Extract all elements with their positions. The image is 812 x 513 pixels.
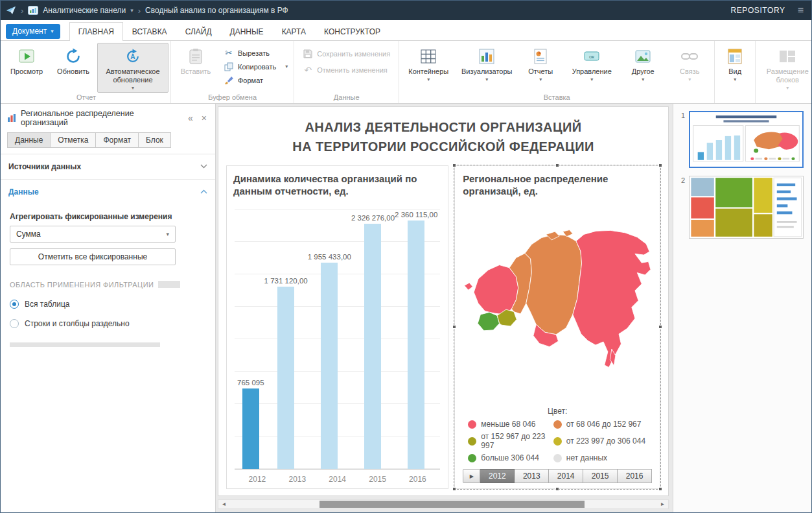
- menu-tab[interactable]: ДАННЫЕ: [221, 22, 273, 40]
- collapse-panel-icon[interactable]: «: [186, 113, 195, 123]
- bar[interactable]: [321, 263, 338, 469]
- map-region-far-east[interactable]: [573, 230, 651, 367]
- copy-button[interactable]: Копировать ▾: [224, 62, 288, 71]
- horizontal-scrollbar[interactable]: ◄ ►: [218, 499, 669, 509]
- button-label: Вырезать: [238, 49, 270, 57]
- bar[interactable]: [364, 224, 381, 469]
- radio-option[interactable]: Строки и столбцы раздельно: [10, 319, 206, 328]
- reports-button[interactable]: Отчеты ▾: [518, 43, 563, 84]
- legend-item: больше 306 044: [468, 453, 549, 462]
- resize-handle[interactable]: [452, 487, 456, 491]
- panel-tab[interactable]: Блок: [139, 132, 171, 148]
- containers-button[interactable]: Контейнеры ▾: [401, 43, 456, 84]
- year-button[interactable]: 2014: [549, 469, 583, 483]
- map-region-siberia[interactable]: [525, 234, 581, 334]
- format-button[interactable]: Формат: [224, 76, 288, 85]
- resize-handle[interactable]: [555, 487, 559, 491]
- scroll-right-icon[interactable]: ►: [657, 501, 668, 507]
- bar-value-label: 765 095: [237, 379, 264, 387]
- menu-tab[interactable]: СЛАЙД: [176, 22, 221, 40]
- cut-button[interactable]: ✂ Вырезать: [224, 48, 288, 58]
- panel-tab[interactable]: Отметка: [51, 132, 96, 148]
- button-label: Формат: [238, 77, 263, 84]
- visualizers-button[interactable]: Визуализаторы ▾: [457, 43, 516, 84]
- bar[interactable]: [242, 388, 259, 469]
- paste-button[interactable]: Вставить: [173, 43, 218, 78]
- map-block[interactable]: Региональное распределение организацй, е…: [454, 165, 660, 489]
- undo-changes-button[interactable]: ↶ Отменить изменения: [303, 65, 390, 75]
- section-label: Данные: [8, 187, 39, 197]
- menu-tab[interactable]: КАРТА: [273, 22, 315, 40]
- app-logo-icon[interactable]: [6, 5, 16, 16]
- main-area: Региональное распределение организаций «…: [1, 104, 811, 512]
- button-label: Вставить: [181, 67, 211, 76]
- resize-handle[interactable]: [658, 487, 662, 491]
- bar-column[interactable]: 765 095: [237, 200, 264, 469]
- scrollbar-track[interactable]: [229, 500, 657, 508]
- bar-column[interactable]: 2 326 276,00: [351, 200, 395, 469]
- hamburger-menu-icon[interactable]: ≡: [798, 5, 804, 16]
- link-button[interactable]: Связь ▾: [667, 43, 712, 84]
- slide-thumbnail-2[interactable]: [689, 176, 804, 239]
- radio-option[interactable]: Вся таблица: [10, 300, 206, 309]
- aggregation-select[interactable]: Сумма ▾: [10, 226, 176, 243]
- preview-button[interactable]: Просмотр: [4, 43, 49, 78]
- refresh-button[interactable]: Обновить: [51, 43, 96, 78]
- chevron-down-icon: ▾: [539, 77, 542, 82]
- save-changes-button[interactable]: Сохранить изменения: [303, 49, 390, 58]
- bar-column[interactable]: 1 731 120,00: [264, 200, 308, 469]
- resize-handle[interactable]: [658, 325, 662, 329]
- panel-tab[interactable]: Формат: [96, 132, 139, 148]
- map-region-kaliningrad[interactable]: [465, 283, 473, 290]
- legend-item: от 223 997 до 306 044: [553, 432, 647, 450]
- slide-thumbnail-1[interactable]: [689, 111, 804, 168]
- management-button[interactable]: ок Управление ▾: [564, 43, 619, 84]
- bar[interactable]: [408, 221, 424, 469]
- application-window: › Аналитические панели ▾ › Сводный анали…: [0, 0, 812, 513]
- russia-map[interactable]: [463, 199, 652, 405]
- play-animation-button[interactable]: ▶: [463, 469, 480, 483]
- resize-handle[interactable]: [452, 325, 456, 329]
- auto-refresh-button[interactable]: A Автоматическое обновление ▾: [97, 43, 168, 93]
- breadcrumb-current: Сводный анализ по организациям в РФ: [145, 6, 288, 15]
- map-region-european-russia[interactable]: [474, 265, 519, 314]
- chevron-down-icon[interactable]: ▾: [130, 7, 133, 14]
- year-button[interactable]: 2012: [480, 469, 515, 483]
- resize-handle[interactable]: [658, 163, 662, 167]
- year-button[interactable]: 2015: [583, 469, 618, 483]
- bar-column[interactable]: 1 955 433,00: [308, 200, 351, 469]
- bar-column[interactable]: 2 360 115,00: [395, 200, 437, 469]
- map-region-caucasus[interactable]: [478, 312, 500, 330]
- resize-handle[interactable]: [452, 163, 456, 167]
- slide-number: 2: [677, 176, 685, 239]
- other-button[interactable]: Другое ▾: [620, 43, 666, 84]
- repository-label[interactable]: REPOSITORY: [730, 6, 785, 15]
- layout-blocks-button[interactable]: Размещение блоков ▾: [758, 43, 812, 93]
- breadcrumb-root[interactable]: Аналитические панели: [43, 6, 126, 15]
- view-button[interactable]: Вид ▾: [717, 43, 753, 84]
- close-panel-icon[interactable]: ×: [200, 113, 209, 123]
- x-axis-label: 2013: [277, 475, 318, 484]
- dashboard-page[interactable]: АНАЛИЗ ДЕЯТЕЛЬНОСТИ ОРГАНИЗАЦИЙ НА ТЕРРИ…: [218, 106, 669, 496]
- section-data-sources[interactable]: Источники данных: [1, 154, 215, 180]
- year-button[interactable]: 2013: [515, 469, 549, 483]
- section-data[interactable]: Данные: [1, 180, 215, 204]
- year-button[interactable]: 2016: [618, 469, 652, 483]
- undo-icon: ↶: [303, 65, 313, 75]
- bar[interactable]: [277, 287, 294, 469]
- mark-all-button[interactable]: Отметить все фиксированные: [10, 248, 176, 265]
- radio-selected-icon[interactable]: [10, 300, 19, 309]
- resize-handle[interactable]: [555, 163, 559, 167]
- chevron-down-icon: ▾: [786, 86, 789, 91]
- menu-tab[interactable]: ГЛАВНАЯ: [69, 22, 123, 41]
- document-menu-button[interactable]: Документ ▾: [6, 24, 60, 39]
- menu-tab[interactable]: ВСТАВКА: [123, 22, 176, 40]
- panel-tab[interactable]: Данные: [7, 132, 51, 148]
- menu-tab[interactable]: КОНСТРУКТОР: [315, 22, 389, 40]
- bar-chart-block[interactable]: Динамика количества организаций по данны…: [226, 165, 448, 489]
- radio-icon[interactable]: [10, 319, 19, 328]
- legend-item: меньше 68 046: [468, 420, 549, 429]
- scrollbar-thumb[interactable]: [319, 501, 585, 508]
- scroll-left-icon[interactable]: ◄: [218, 501, 229, 507]
- legend-item: от 152 967 до 223 997: [468, 432, 549, 450]
